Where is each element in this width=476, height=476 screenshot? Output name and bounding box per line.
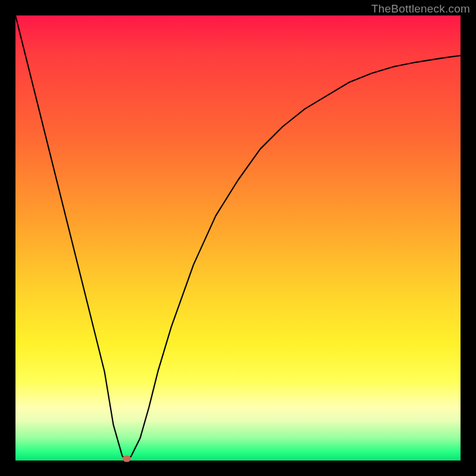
minimum-marker — [123, 456, 131, 462]
bottleneck-curve — [15, 15, 461, 461]
watermark-text: TheBottleneck.com — [371, 2, 470, 15]
chart-outer-frame: TheBottleneck.com — [0, 0, 476, 476]
chart-plot-area — [15, 15, 461, 461]
